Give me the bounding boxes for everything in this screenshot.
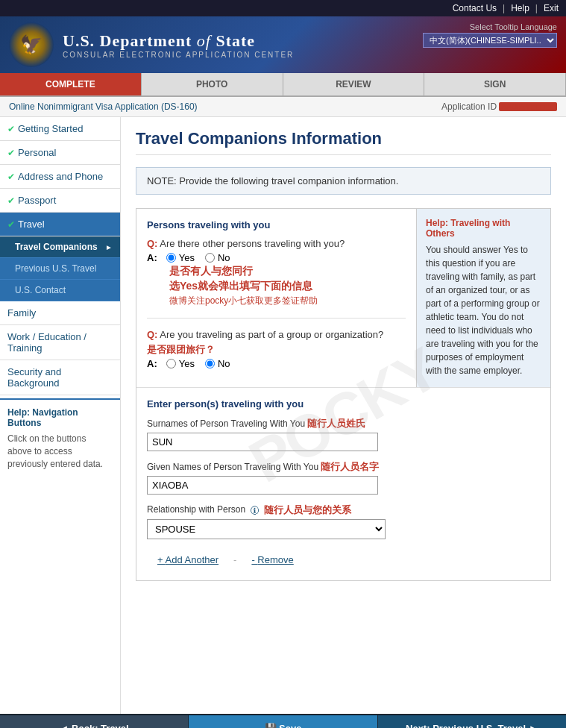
tab-sign[interactable]: SIGN bbox=[424, 73, 566, 95]
q1-annotation2: 选Yes就会弹出填写下面的信息 bbox=[169, 280, 406, 293]
relationship-select[interactable]: SPOUSE CHILD PARENT SIBLING OTHER bbox=[147, 519, 386, 539]
app-id: Application ID AA005Y■■■■■ bbox=[441, 101, 557, 112]
note-box: NOTE: Provide the following travel compa… bbox=[136, 167, 551, 195]
q1-yes-radio[interactable] bbox=[166, 253, 176, 263]
tooltip-selector[interactable]: Select Tooltip Language 中文(简体)(CHINESE-S… bbox=[423, 22, 557, 48]
q1-no-radio[interactable] bbox=[205, 253, 215, 263]
tab-review[interactable]: REVIEW bbox=[283, 73, 425, 95]
q2-annotation: 是否跟团旅行？ bbox=[147, 343, 406, 357]
enter-person-label: Enter person(s) traveling with you bbox=[147, 398, 540, 410]
q1-radio-group: Yes No bbox=[166, 252, 230, 263]
breadcrumb: Online Nonimmigrant Visa Application (DS… bbox=[0, 97, 566, 117]
next-button[interactable]: Next: Previous U.S. Travel ► bbox=[378, 715, 566, 728]
q2-row: Q: Are you traveling as part of a group … bbox=[147, 329, 406, 369]
q1-yes-label[interactable]: Yes bbox=[166, 252, 195, 263]
sidebar-item-security-background[interactable]: Security and Background bbox=[0, 360, 120, 395]
action-row: + Add Another - - Remove bbox=[147, 550, 540, 570]
exit-link[interactable]: Exit bbox=[544, 3, 559, 13]
help-link[interactable]: Help bbox=[511, 3, 529, 13]
persons-section-label: Persons traveling with you bbox=[147, 219, 406, 230]
q2-radio-group: Yes No bbox=[166, 358, 230, 369]
relationship-field-row: Relationship with Person 🛈 随行人员与您的关系 SPO… bbox=[147, 503, 540, 539]
back-button[interactable]: ◄ Back: Travel bbox=[0, 715, 189, 728]
help-panel-title: Help: Traveling with Others bbox=[426, 218, 541, 239]
sidebar-sub-travel: Travel Companions ► Previous U.S. Travel… bbox=[0, 236, 120, 301]
top-bar: Contact Us | Help | Exit bbox=[0, 0, 566, 16]
q2-yes-radio[interactable] bbox=[166, 359, 176, 368]
check-icon: ✔ bbox=[7, 219, 15, 230]
content-area: Travel Companions Information NOTE: Prov… bbox=[121, 117, 566, 603]
sidebar-help: Help: Navigation Buttons Click on the bu… bbox=[0, 398, 120, 477]
check-icon: ✔ bbox=[7, 148, 15, 158]
page-title: Travel Companions Information bbox=[136, 129, 551, 155]
agency-name: U.S. Department of State bbox=[63, 31, 294, 51]
divider bbox=[147, 318, 406, 318]
relationship-help-icon[interactable]: 🛈 bbox=[250, 505, 260, 516]
sidebar-item-personal[interactable]: ✔Personal bbox=[0, 141, 120, 165]
sidebar-sub-item-previous-us-travel[interactable]: Previous U.S. Travel bbox=[0, 258, 120, 280]
agency-seal: 🦅 bbox=[9, 22, 54, 67]
q2-no-label[interactable]: No bbox=[205, 358, 230, 369]
app-title: Online Nonimmigrant Visa Application (DS… bbox=[9, 101, 198, 112]
q1-annotation3: 微博关注pocky小七获取更多签证帮助 bbox=[169, 295, 406, 307]
sidebar-sub-item-us-contact[interactable]: U.S. Contact bbox=[0, 280, 120, 301]
q2-yes-label[interactable]: Yes bbox=[166, 358, 195, 369]
sidebar-item-address-phone[interactable]: ✔Address and Phone bbox=[0, 165, 120, 189]
q1-no-label[interactable]: No bbox=[205, 252, 230, 263]
help-panel: Help: Traveling with Others You should a… bbox=[416, 209, 550, 387]
header: 🦅 U.S. Department of State Consular Elec… bbox=[0, 16, 566, 73]
sidebar-sub-item-travel-companions[interactable]: Travel Companions ► bbox=[0, 236, 120, 258]
help-panel-text: You should answer Yes to this question i… bbox=[426, 243, 541, 377]
nav-tabs: COMPLETE PHOTO REVIEW SIGN bbox=[0, 73, 566, 97]
tooltip-label: Select Tooltip Language bbox=[423, 22, 557, 31]
check-icon: ✔ bbox=[7, 124, 15, 134]
contact-us-link[interactable]: Contact Us bbox=[453, 3, 497, 13]
q1-row: Q: Are there other persons traveling wit… bbox=[147, 238, 406, 307]
tab-photo[interactable]: PHOTO bbox=[142, 73, 283, 95]
sidebar-help-text: Click on the buttons above to access pre… bbox=[7, 433, 113, 470]
sidebar-item-passport[interactable]: ✔Passport bbox=[0, 189, 120, 213]
sidebar-item-travel[interactable]: ✔Travel bbox=[0, 213, 120, 236]
q2-no-radio[interactable] bbox=[205, 359, 215, 368]
add-another-link[interactable]: + Add Another bbox=[157, 554, 218, 565]
sidebar: ✔Getting Started ✔Personal ✔Address and … bbox=[0, 117, 121, 714]
given-name-input[interactable] bbox=[147, 476, 378, 495]
q1-annotation: 是否有人与您同行 bbox=[169, 265, 406, 278]
tooltip-language-select[interactable]: 中文(简体)(CHINESE-SIMPLI... bbox=[423, 33, 557, 48]
given-name-field-row: Given Names of Person Traveling With You… bbox=[147, 460, 540, 495]
remove-link[interactable]: - Remove bbox=[251, 554, 293, 565]
surname-input[interactable] bbox=[147, 433, 378, 451]
agency-subtitle: Consular Electronic Application Center bbox=[63, 51, 294, 59]
sidebar-item-family[interactable]: Family bbox=[0, 301, 120, 325]
sidebar-item-work-education[interactable]: Work / Education / Training bbox=[0, 325, 120, 360]
companion-form: Enter person(s) traveling with you Surna… bbox=[136, 387, 550, 580]
sidebar-item-getting-started[interactable]: ✔Getting Started bbox=[0, 117, 120, 141]
check-icon: ✔ bbox=[7, 172, 15, 182]
persons-section: Persons traveling with you Q: Are there … bbox=[136, 208, 551, 581]
check-icon: ✔ bbox=[7, 195, 15, 206]
footer-bar: ◄ Back: Travel 💾 Save Next: Previous U.S… bbox=[0, 714, 566, 728]
main-layout: ✔Getting Started ✔Personal ✔Address and … bbox=[0, 117, 566, 714]
tab-complete[interactable]: COMPLETE bbox=[0, 73, 142, 95]
surname-field-row: Surnames of Person Traveling With You 随行… bbox=[147, 417, 540, 451]
app-id-value: AA005Y■■■■■ bbox=[499, 102, 557, 111]
sidebar-help-title: Help: Navigation Buttons bbox=[7, 407, 113, 428]
arrow-icon: ► bbox=[105, 243, 113, 251]
save-button[interactable]: 💾 Save bbox=[189, 715, 377, 728]
